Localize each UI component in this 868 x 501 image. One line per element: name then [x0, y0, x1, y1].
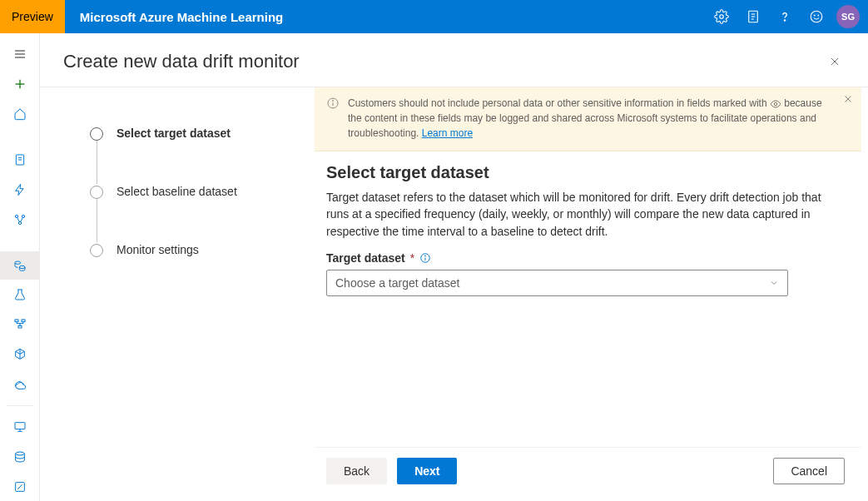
svg-rect-26 — [15, 423, 25, 429]
endpoints-icon[interactable] — [0, 370, 40, 399]
learn-more-link[interactable]: Learn more — [422, 127, 473, 139]
wizard-footer: Back Next Cancel — [315, 447, 861, 501]
svg-point-35 — [332, 100, 333, 101]
next-button[interactable]: Next — [397, 458, 457, 484]
svg-point-7 — [814, 15, 815, 16]
svg-rect-25 — [18, 326, 22, 329]
cancel-button[interactable]: Cancel — [773, 458, 845, 484]
wizard-step-label: Select target dataset — [117, 126, 231, 140]
wizard-step-target-dataset[interactable]: Select target dataset — [90, 126, 298, 184]
target-dataset-select[interactable]: Choose a target dataset — [326, 270, 788, 296]
info-banner-text: Customers should not include personal da… — [348, 96, 828, 141]
pipelines-icon[interactable] — [0, 310, 40, 339]
datastores-icon[interactable] — [0, 443, 40, 471]
home-icon[interactable] — [0, 100, 40, 128]
datasets-icon[interactable] — [0, 251, 40, 280]
models-icon[interactable] — [0, 340, 40, 369]
close-button[interactable] — [821, 48, 848, 75]
wizard-steps: Select target dataset Select baseline da… — [40, 87, 315, 501]
settings-icon[interactable] — [707, 0, 737, 33]
labeling-icon[interactable] — [0, 473, 40, 501]
sidebar — [0, 33, 40, 501]
wizard-step-baseline-dataset[interactable]: Select baseline dataset — [90, 184, 298, 242]
svg-point-6 — [811, 11, 822, 22]
svg-point-29 — [15, 452, 24, 455]
svg-point-5 — [784, 20, 785, 21]
svg-point-21 — [19, 265, 25, 268]
select-placeholder: Choose a target dataset — [335, 276, 459, 290]
eye-icon — [770, 98, 781, 110]
info-banner: Customers should not include personal da… — [315, 87, 861, 151]
add-icon[interactable] — [0, 70, 40, 98]
notebooks-icon[interactable] — [0, 146, 40, 174]
section-title: Select target dataset — [326, 163, 845, 182]
wizard-step-label: Select baseline dataset — [117, 184, 237, 198]
svg-point-20 — [15, 261, 21, 264]
svg-rect-23 — [15, 320, 18, 322]
svg-rect-24 — [22, 320, 25, 322]
section-desc: Target dataset refers to the dataset whi… — [326, 189, 826, 240]
banner-close-icon[interactable] — [843, 94, 853, 104]
brand-label: Microsoft Azure Machine Learning — [65, 10, 707, 24]
wizard-step-label: Monitor settings — [117, 242, 199, 256]
help-icon[interactable] — [770, 0, 800, 33]
required-mark: * — [410, 251, 414, 265]
designer-icon[interactable] — [0, 206, 40, 234]
target-dataset-label: Target dataset * — [326, 251, 845, 265]
svg-point-17 — [15, 215, 17, 217]
back-button[interactable]: Back — [326, 458, 387, 484]
svg-point-0 — [720, 15, 724, 19]
feedback-icon[interactable] — [801, 0, 831, 33]
notes-icon[interactable] — [738, 0, 768, 33]
page-title: Create new data drift monitor — [63, 51, 300, 72]
wizard-step-monitor-settings[interactable]: Monitor settings — [90, 242, 298, 257]
chevron-down-icon — [769, 278, 779, 288]
svg-point-36 — [774, 102, 777, 106]
svg-point-18 — [22, 215, 24, 217]
info-icon — [326, 97, 340, 141]
automl-icon[interactable] — [0, 176, 40, 204]
compute-icon[interactable] — [0, 413, 40, 441]
svg-point-41 — [425, 255, 426, 256]
field-info-icon[interactable] — [419, 252, 431, 264]
hamburger-menu-icon[interactable] — [0, 40, 40, 68]
user-avatar[interactable]: SG — [836, 5, 860, 28]
svg-point-8 — [818, 15, 819, 16]
topbar: Preview Microsoft Azure Machine Learning… — [0, 0, 868, 33]
preview-badge: Preview — [0, 0, 65, 33]
experiments-icon[interactable] — [0, 281, 40, 310]
svg-point-19 — [18, 221, 21, 224]
